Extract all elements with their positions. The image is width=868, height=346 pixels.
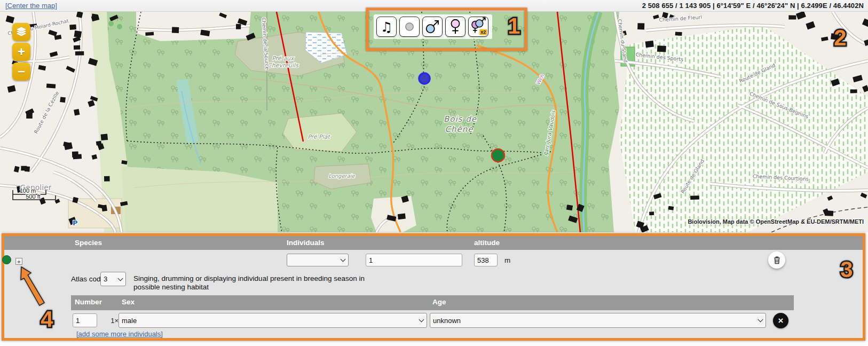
song-marker-button[interactable]: ♫ <box>376 17 397 37</box>
building <box>145 32 154 36</box>
building <box>657 45 666 52</box>
remove-individual-button[interactable]: × <box>773 313 788 328</box>
building <box>850 89 857 93</box>
music-note-icon: ♫ <box>381 20 392 34</box>
building <box>788 15 796 20</box>
altitude-header: altitude <box>474 239 500 247</box>
building <box>831 33 838 40</box>
building <box>236 24 241 29</box>
sex-select[interactable]: male <box>119 313 427 328</box>
map-canvas[interactable]: Bois de Chêne Pré aux Chevreuils Pré Pla… <box>0 12 868 232</box>
parking-icon: P <box>73 219 78 227</box>
building <box>74 109 80 116</box>
form-header-bar: Species Individuals altitude <box>4 236 863 250</box>
atlas-code-description: Singing, drumming or displaying individu… <box>133 274 365 292</box>
building <box>72 151 78 157</box>
building <box>69 25 76 30</box>
expand-species-button[interactable]: + <box>15 258 22 265</box>
count-input[interactable] <box>366 254 462 266</box>
blue-observation-marker[interactable] <box>419 73 430 84</box>
app-window: [Center the map] 2 508 655 / 1 143 905 |… <box>0 0 868 346</box>
altitude-unit-label: m <box>504 256 510 264</box>
map-container: Bois de Chêne Pré aux Chevreuils Pré Pla… <box>0 12 868 232</box>
sex-header: Sex <box>122 298 135 306</box>
svg-text:x2: x2 <box>480 29 486 35</box>
male-female-pair-icon: x2 <box>469 17 488 37</box>
building <box>46 84 56 89</box>
pair-marker-button[interactable]: x2 <box>468 17 488 37</box>
layers-button[interactable] <box>12 23 30 41</box>
trash-icon <box>773 256 781 264</box>
age-select-wrap: unknown <box>430 313 766 328</box>
map-attribution: Biolovision, Map data © OpenStreetMap & … <box>688 218 864 225</box>
altitude-input[interactable] <box>474 254 498 266</box>
female-marker-button[interactable] <box>445 17 465 37</box>
label-pre-plat: Pré Plat <box>307 133 330 140</box>
label-chene: Chêne <box>445 124 474 134</box>
marker-type-toolbar: ♫ <box>374 14 492 39</box>
individuals-select-wrap <box>287 254 349 266</box>
layers-icon <box>15 26 28 38</box>
atlas-code-label: Atlas code <box>71 275 105 283</box>
delete-observation-button[interactable] <box>768 251 785 269</box>
observation-form-panel: Species Individuals altitude + m <box>2 233 865 341</box>
sex-select-wrap: male <box>119 313 427 328</box>
building <box>645 41 654 48</box>
multiplier-label: 1× <box>104 317 119 325</box>
building <box>21 166 27 171</box>
species-header: Species <box>75 239 102 247</box>
individual-number-input[interactable] <box>73 313 97 327</box>
building <box>104 176 110 182</box>
building <box>74 30 82 38</box>
label-bois-de: Bois de <box>444 114 477 124</box>
individuals-header: Individuals <box>287 239 325 247</box>
unknown-sex-marker-button[interactable] <box>399 17 420 37</box>
building <box>566 205 573 210</box>
label-chevreuils: Chevreuils <box>267 62 299 69</box>
building <box>675 32 682 36</box>
number-header: Number <box>75 298 102 306</box>
atlas-code-select[interactable]: 3 <box>100 272 126 286</box>
zoom-in-button[interactable]: + <box>12 43 30 61</box>
building <box>101 133 108 140</box>
coordinates-readout: 2 508 655 / 1 143 905 | 6°14'59" E / 46°… <box>642 2 864 10</box>
age-header: Age <box>432 298 446 306</box>
scale-imperial: 500 ft <box>26 193 41 200</box>
details-header-bar: Number Sex Age <box>71 295 794 310</box>
building <box>398 213 406 219</box>
bush <box>108 21 114 26</box>
meadow-pre-plat <box>283 113 357 152</box>
add-individuals-link[interactable]: [add some more individuals] <box>76 330 163 338</box>
building <box>637 23 644 29</box>
building <box>75 51 84 56</box>
individuals-precision-select[interactable] <box>287 254 349 266</box>
center-map-link[interactable]: [Center the map] <box>5 2 57 10</box>
building <box>172 27 179 33</box>
male-marker-button[interactable] <box>422 17 443 37</box>
top-bar: [Center the map] 2 508 655 / 1 143 905 |… <box>0 0 868 12</box>
green-observation-marker[interactable] <box>492 149 504 162</box>
building <box>74 45 80 50</box>
label-pre-aux: Pré aux <box>272 55 295 62</box>
building <box>60 97 66 103</box>
building <box>690 195 699 200</box>
label-longeraie: Longeraie <box>328 173 355 179</box>
building <box>26 113 33 119</box>
building <box>668 206 674 210</box>
age-select[interactable]: unknown <box>430 313 766 328</box>
bush <box>117 24 122 29</box>
species-status-dot <box>2 255 11 264</box>
gray-circle-icon <box>400 17 419 37</box>
atlas-code-select-wrap: 3 <box>100 272 126 286</box>
zoom-out-button[interactable]: − <box>12 62 30 81</box>
building <box>649 211 654 215</box>
female-symbol-icon <box>446 17 465 37</box>
male-symbol-icon <box>423 17 442 37</box>
